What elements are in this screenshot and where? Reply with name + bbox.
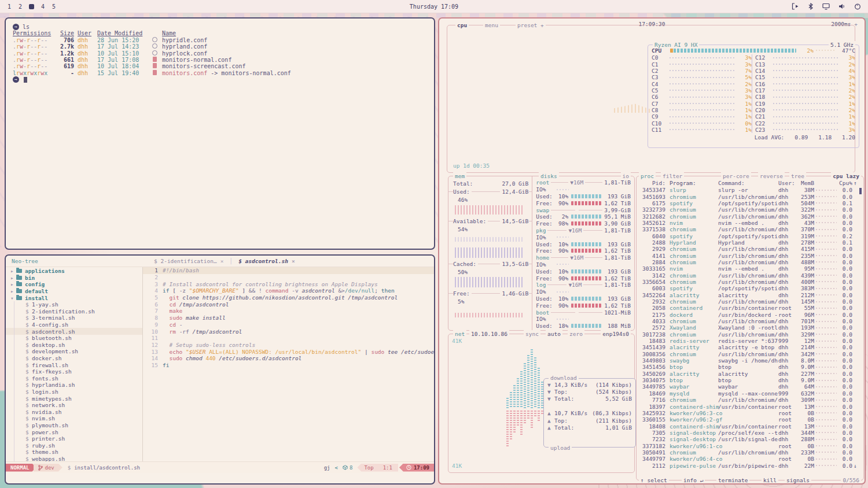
process-row[interactable]: 3449797 kworker/u96:4-co root 0B 0.0: [640, 456, 861, 462]
process-row[interactable]: 6040 spotify /opt/spotify/spoti dhh 319M…: [640, 232, 861, 239]
process-row[interactable]: 18408 containerd-shim /usr/bin/container…: [640, 423, 861, 429]
file-tree-item[interactable]: $ nvim.sh: [6, 415, 142, 422]
file-tree-item[interactable]: ▸ applications: [6, 268, 142, 275]
file-tree-item[interactable]: $ 3-terminal.sh: [6, 315, 142, 321]
tab-asdcontrol[interactable]: $ asdcontrol.sh×: [233, 258, 301, 264]
process-row[interactable]: 2572 Xwayland Xwayland :0 -rootl dhh 193…: [640, 324, 861, 331]
process-row[interactable]: 6003 spotify /opt/spotify/spoti dhh 383M…: [640, 285, 861, 291]
process-row[interactable]: 3449803 swaybg swaybg -i /home/dh dhh 8.…: [640, 357, 861, 364]
file-tree-item[interactable]: $ mimetypes.sh: [6, 395, 142, 402]
file-tree-item[interactable]: $ webapps.sh: [6, 456, 142, 461]
file-tree-item[interactable]: $ desktop.sh: [6, 342, 142, 349]
process-row[interactable]: 3371538 chromium /usr/lib/chromium/ dhh …: [640, 226, 861, 232]
process-row[interactable]: 3050491 chromium /usr/lib/chromium/ dhh …: [640, 449, 861, 456]
file-tree-item[interactable]: $ 4-config.sh: [6, 321, 142, 328]
workspace-button[interactable]: 4: [41, 3, 45, 10]
volume-icon[interactable]: [838, 3, 845, 10]
process-row[interactable]: 3017238 chromium /usr/lib/chromium/ dhh …: [640, 331, 861, 338]
process-row[interactable]: 3451456 btop btop dhh 9.0M 0.0: [640, 364, 861, 370]
process-row[interactable]: 7232 signal-desktop /usr/lib/signal-de d…: [640, 436, 861, 442]
file-tree-item[interactable]: ▸ config: [6, 281, 142, 288]
chevron-icon[interactable]: ▸: [10, 281, 16, 287]
file-tree-item[interactable]: $ docker.sh: [6, 355, 142, 362]
file-tree-item[interactable]: $ plymouth.sh: [6, 422, 142, 429]
net-sync-button[interactable]: sync: [524, 330, 540, 338]
process-row[interactable]: 3452264 alacritty alacritty dhh 212M 0.0: [640, 292, 861, 298]
process-row[interactable]: 3425932 kworker/u96:3-co root 0B 0.0: [640, 410, 861, 416]
chevron-icon[interactable]: ▸: [10, 268, 16, 274]
process-row[interactable]: 4141 chromium /usr/lib/chromium/ dhh 235…: [640, 252, 861, 258]
process-row[interactable]: 3008356 chromium /usr/lib/chromium/ dhh …: [640, 351, 861, 357]
tree-toggle[interactable]: tree: [789, 172, 806, 180]
process-row[interactable]: 3451693 chromium /usr/lib/chromium/ dhh …: [640, 193, 861, 199]
editor-buffer[interactable]: 1 #!/bin/bash 2 3 # Install asdcontrol f…: [142, 267, 434, 461]
process-row[interactable]: 3033165 nvim nvim --embed . dhh 95M 0.0: [640, 265, 861, 272]
tab-2-identification[interactable]: $ 2-identification…×: [148, 258, 229, 264]
workspace-button[interactable]: [29, 4, 34, 9]
process-row[interactable]: 2488 Hyprland Hyprland dhh 278M 0.1: [640, 239, 861, 246]
process-row[interactable]: 2929 chromium /usr/lib/chromium/ dhh 415…: [640, 246, 861, 252]
process-row[interactable]: 3360155 kworker/u96:2-gf root 0B 0.0: [640, 416, 861, 423]
chevron-icon[interactable]: ▸: [10, 288, 16, 294]
process-row[interactable]: 7305 signal-desktop /proc/self/exe --t d…: [640, 430, 861, 436]
preset-button[interactable]: preset +: [516, 21, 546, 29]
close-icon[interactable]: ×: [220, 258, 224, 264]
file-tree-item[interactable]: $ 1-yay.sh: [6, 301, 142, 308]
process-row[interactable]: 3232739 chromium /usr/lib/chromium/ dhh …: [640, 206, 861, 213]
per-core-toggle[interactable]: per-core: [721, 172, 751, 180]
file-tree-item[interactable]: $ power.sh: [6, 428, 142, 435]
workspace-button[interactable]: 5: [52, 3, 56, 10]
file-tree-item[interactable]: $ ruby.sh: [6, 442, 142, 449]
chevron-icon[interactable]: ▾: [10, 295, 16, 301]
menu-button[interactable]: menu: [483, 21, 500, 29]
info-hint[interactable]: info ↵: [682, 476, 705, 484]
terminate-hint[interactable]: terminate: [716, 476, 749, 484]
proc-scrollbar-thumb[interactable]: [859, 188, 862, 194]
file-tree-item[interactable]: $ network.sh: [6, 402, 142, 409]
io-mode-button[interactable]: io: [621, 172, 631, 180]
display-icon[interactable]: [822, 3, 830, 10]
process-row[interactable]: 18483 redis-server redis-server *:637 99…: [640, 338, 861, 344]
file-tree-item[interactable]: $ login.sh: [6, 389, 142, 395]
screenshare-icon[interactable]: [792, 3, 799, 10]
bluetooth-icon[interactable]: [808, 3, 814, 10]
process-row[interactable]: 2112 pipewire-pulse /usr/bin/pipewire- d…: [640, 462, 861, 468]
file-tree-item[interactable]: $ printer.sh: [6, 435, 142, 442]
kill-hint[interactable]: kill: [762, 476, 778, 484]
file-tree-item[interactable]: ▸ bin: [6, 275, 142, 282]
net-zero-button[interactable]: zero: [568, 330, 584, 338]
file-tree-item[interactable]: $ fonts.sh: [6, 375, 142, 382]
process-row[interactable]: 3450269 alacritty alacritty dhh 227M 0.0: [640, 371, 861, 377]
process-row[interactable]: 3212682 chromium /usr/lib/chromium/ dhh …: [640, 213, 861, 219]
process-row[interactable]: 2175 dockerd /usr/bin/dockerd - root 96M…: [640, 312, 861, 318]
close-icon[interactable]: ×: [292, 258, 295, 264]
process-row[interactable]: 2884 chromium /usr/lib/chromium/ dhh 488…: [640, 259, 861, 265]
workspace-button[interactable]: 1: [7, 3, 12, 10]
filter-button[interactable]: filter: [661, 172, 684, 180]
file-tree-item[interactable]: $ 2-identification.sh: [6, 308, 142, 315]
file-tree-item[interactable]: $ nvidia.sh: [6, 408, 142, 415]
file-tree-item[interactable]: ▸ default: [6, 288, 142, 295]
process-row[interactable]: 18397 containerd-shim /usr/bin/container…: [640, 403, 861, 409]
process-row[interactable]: 3452612 nvim nvim --embed . dhh 43M 0.0: [640, 220, 861, 226]
reverse-toggle[interactable]: reverse: [758, 172, 785, 180]
file-tree-item[interactable]: $ bluetooth.sh: [6, 335, 142, 342]
select-hint[interactable]: ↑ select: [639, 476, 669, 484]
power-icon[interactable]: [854, 3, 861, 10]
process-row[interactable]: 3356654 chromium /usr/lib/chromium/ dhh …: [640, 279, 861, 285]
file-tree-item[interactable]: $ firewall.sh: [6, 361, 142, 368]
process-row[interactable]: 3373182 kworker/u96:1-co root 0B 0.0: [640, 442, 861, 449]
file-tree-item[interactable]: ▾ install: [6, 294, 142, 301]
file-tree-item[interactable]: $ asdcontrol.sh: [6, 328, 142, 335]
process-row[interactable]: 7716 chromium /usr/lib/chromium/ dhh 309…: [640, 397, 861, 403]
process-row[interactable]: 6175 spotify /opt/spotify/spoti dhh 504M…: [640, 200, 861, 206]
process-row[interactable]: 2932 chromium /usr/lib/chromium/ dhh 145…: [640, 298, 861, 305]
net-auto-button[interactable]: auto: [546, 330, 562, 338]
process-row[interactable]: 3449785 waybar waybar dhh 64M 0.0: [640, 383, 861, 390]
workspace-button[interactable]: 2: [18, 3, 23, 10]
process-row[interactable]: 2058 containerd /usr/bin/container root …: [640, 305, 861, 311]
file-tree-item[interactable]: $ fix-fkeys.sh: [6, 368, 142, 375]
prompt-line-empty[interactable]: →: [13, 76, 427, 83]
process-row[interactable]: 4033 chromium /usr/lib/chromium/ dhh 701…: [640, 318, 861, 324]
process-row[interactable]: 3142 chromium /usr/lib/chromium/ dhh 439…: [640, 272, 861, 278]
